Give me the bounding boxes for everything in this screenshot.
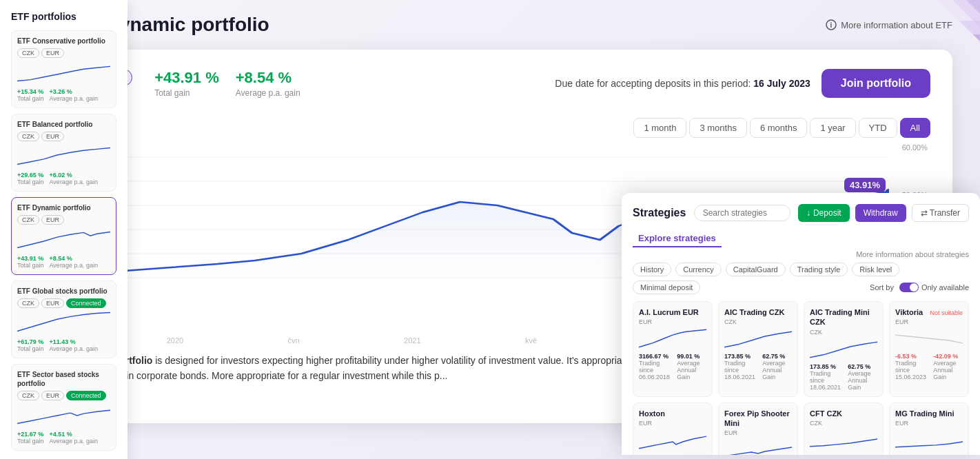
pill-eur-2: EUR (41, 215, 64, 225)
chart-badge: 43.91% (844, 178, 886, 192)
sidebar-overlay: ETF portfolios ETF Conservative portfoli… (0, 0, 127, 459)
portfolio-sector[interactable]: ETF Sector based stocks portfolio CZK EU… (11, 364, 116, 451)
pill-eur-1: EUR (41, 132, 64, 141)
filter-capitalguard[interactable]: CapitalGuard (726, 263, 786, 276)
pill-czk-3: CZK (17, 298, 39, 308)
pill-eur-0: EUR (41, 48, 64, 58)
mini-pills-global: CZK EUR Connected (17, 298, 110, 308)
mini-pills-conservative: CZK EUR (17, 48, 110, 58)
time-filter: 1 month 3 months 6 months 1 year YTD All (50, 118, 930, 138)
time-btn-6m[interactable]: 6 months (750, 118, 807, 138)
total-gain-label: Total gain (154, 88, 190, 98)
pill-connected-4: Connected (66, 391, 106, 400)
page-title: ETF Dynamic portfolio (63, 14, 815, 36)
pill-czk-1: CZK (17, 132, 39, 141)
strategy-chart-7 (895, 429, 963, 451)
mini-pills-balanced: CZK EUR (17, 132, 110, 141)
strategy-chart-3 (895, 328, 963, 350)
etf-info-link[interactable]: i More information about ETF (826, 19, 952, 30)
portfolio-conservative[interactable]: ETF Conservative portfolio CZK EUR +15.3… (11, 30, 116, 108)
filter-risk-level[interactable]: Risk level (852, 263, 899, 276)
withdraw-button[interactable]: Withdraw (855, 204, 906, 222)
strategy-grid: A.I. Lucrum EUR EUR 3166.67 % Trading si… (633, 301, 969, 455)
stats-row: CZK EUR Variants +43.91 % Total gain +8.… (50, 69, 930, 101)
only-available-label: Only available (899, 283, 969, 292)
pill-connected-3: Connected (66, 298, 106, 308)
filter-currency[interactable]: Currency (675, 263, 722, 276)
strategies-info-link[interactable]: More information about strategies (856, 250, 969, 258)
due-date-value: 16 July 2023 (753, 78, 810, 89)
strategies-header: Strategies ↓Deposit Withdraw ⇄ Transfer (633, 204, 969, 222)
mini-chart-conservative (17, 61, 110, 85)
strategy-mg-trading-mini[interactable]: MG Trading Mini EUR (889, 402, 969, 455)
time-btn-all[interactable]: All (900, 118, 930, 138)
svg-marker-4 (973, 34, 980, 41)
strategy-chart-4 (639, 429, 706, 451)
time-btn-ytd[interactable]: YTD (859, 118, 897, 138)
deposit-button[interactable]: ↓Deposit (798, 204, 850, 222)
strategies-search-input[interactable] (694, 205, 790, 221)
time-btn-1m[interactable]: 1 month (633, 118, 686, 138)
due-date-text: Due date for accepting deposits in this … (555, 78, 810, 89)
strategies-overlay: Strategies ↓Deposit Withdraw ⇄ Transfer … (622, 193, 980, 455)
pill-czk-0: CZK (17, 48, 39, 58)
info-icon: i (826, 19, 837, 30)
strategy-ailucrum[interactable]: A.I. Lucrum EUR EUR 3166.67 % Trading si… (633, 301, 713, 397)
strategy-chart-2 (810, 338, 877, 360)
avg-gain-stat: +8.54 % Average p.a. gain (236, 69, 300, 98)
pill-czk-4: CZK (17, 391, 39, 400)
mini-chart-balanced (17, 144, 110, 169)
filter-history[interactable]: History (633, 263, 671, 276)
svg-text:i: i (830, 21, 833, 29)
mini-pills-dynamic: CZK EUR (17, 215, 110, 225)
strategy-chart-0 (639, 328, 706, 350)
action-buttons: ↓Deposit Withdraw ⇄ Transfer (798, 204, 969, 222)
filter-minimal-deposit[interactable]: Minimal deposit (633, 280, 700, 294)
portfolio-balanced-title: ETF Balanced portfolio (17, 120, 110, 129)
strategy-chart-6 (810, 429, 877, 451)
strategy-chart-5 (724, 439, 792, 455)
time-btn-3m[interactable]: 3 months (689, 118, 746, 138)
portfolio-global-title: ETF Global stocks portfolio (17, 287, 110, 296)
mini-stats-sector: +21.67 %Total gain +4.51 %Average p.a. g… (17, 431, 110, 445)
mini-chart-dynamic (17, 227, 110, 252)
strategy-forex-pip[interactable]: Forex Pip Shooter Mini EUR (718, 402, 798, 455)
mini-pills-sector: CZK EUR Connected (17, 391, 110, 400)
join-portfolio-button[interactable]: Join portfolio (821, 69, 930, 98)
strategy-cft-czk[interactable]: CFT CZK CZK (804, 402, 884, 455)
transfer-button[interactable]: ⇄ Transfer (912, 204, 969, 222)
sort-by-label: Sort by (870, 283, 894, 292)
pill-eur-3: EUR (41, 298, 64, 308)
sidebar-title: ETF portfolios (11, 11, 116, 22)
explore-tab[interactable]: Explore strategies (633, 230, 722, 247)
mini-stats-balanced: +29.65 %Total gain +6.02 %Average p.a. g… (17, 172, 110, 185)
filter-row: History Currency CapitalGuard Trading st… (633, 263, 969, 294)
portfolio-dynamic[interactable]: ETF Dynamic portfolio CZK EUR +43.91 %To… (11, 197, 116, 275)
mini-chart-sector (17, 403, 110, 428)
mini-stats-dynamic: +43.91 %Total gain +8.54 %Average p.a. g… (17, 255, 110, 269)
total-gain-value: +43.91 % (154, 69, 219, 87)
portfolio-conservative-title: ETF Conservative portfolio (17, 37, 110, 45)
strategy-aic-mini-czk[interactable]: AIC Trading Mini CZK CZK 173.85 % Tradin… (804, 301, 884, 397)
svg-marker-0 (952, 0, 980, 28)
total-gain-stat: +43.91 % Total gain (154, 69, 219, 98)
header-row: ← ETF Dynamic portfolio i More informati… (28, 14, 952, 36)
avg-gain-label: Average p.a. gain (236, 88, 300, 98)
time-btn-1y[interactable]: 1 year (810, 118, 855, 138)
strategy-chart-1 (724, 328, 792, 350)
portfolio-balanced[interactable]: ETF Balanced portfolio CZK EUR +29.65 %T… (11, 114, 116, 192)
filter-trading-style[interactable]: Trading style (790, 263, 848, 276)
mini-stats-conservative: +15.34 %Total gain +3.26 %Average p.a. g… (17, 88, 110, 102)
strategy-viktoria[interactable]: Viktoria Not suitable EUR -6.53 % Tradin… (889, 301, 969, 397)
strategy-hoxton[interactable]: Hoxton EUR (633, 402, 713, 455)
svg-marker-3 (959, 21, 980, 41)
svg-marker-2 (966, 0, 980, 14)
mini-stats-global: +61.79 %Total gain +11.43 %Average p.a. … (17, 338, 110, 352)
pill-czk-2: CZK (17, 215, 39, 225)
pill-eur-4: EUR (41, 391, 64, 400)
portfolio-sector-title: ETF Sector based stocks portfolio (17, 370, 110, 388)
portfolio-global[interactable]: ETF Global stocks portfolio CZK EUR Conn… (11, 280, 116, 358)
strategy-aic-czk[interactable]: AIC Trading CZK CZK 173.85 % Trading sin… (718, 301, 798, 397)
avg-gain-value: +8.54 % (236, 69, 292, 87)
strategies-title: Strategies (633, 207, 686, 219)
